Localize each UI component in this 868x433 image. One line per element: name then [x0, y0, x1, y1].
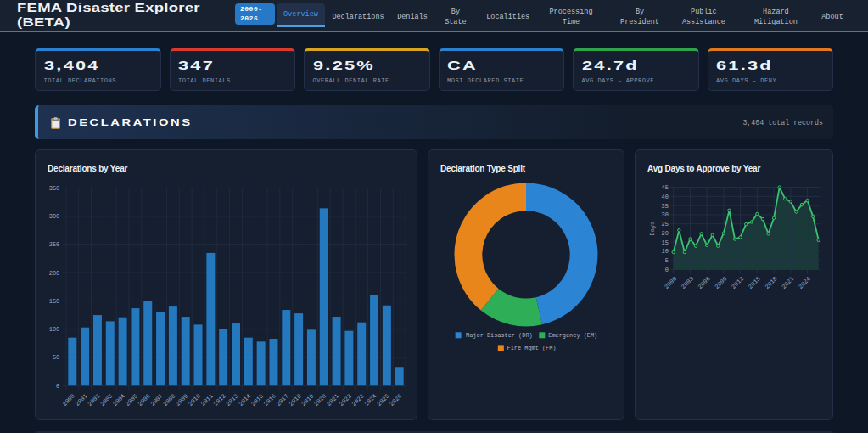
svg-text:50: 50: [53, 354, 59, 361]
svg-text:Major Disaster (DR): Major Disaster (DR): [466, 332, 533, 339]
svg-text:2022: 2022: [338, 392, 353, 408]
svg-text:Fire Mgmt (FM): Fire Mgmt (FM): [507, 345, 557, 351]
svg-text:2009: 2009: [714, 275, 729, 290]
svg-text:2021: 2021: [325, 392, 340, 408]
svg-text:2005: 2005: [124, 392, 139, 408]
svg-text:2025: 2025: [376, 392, 391, 408]
svg-text:2024: 2024: [797, 275, 812, 290]
svg-text:2026: 2026: [389, 392, 404, 408]
svg-text:10: 10: [662, 248, 669, 255]
svg-text:200: 200: [49, 270, 60, 277]
svg-text:2000: 2000: [664, 275, 679, 290]
svg-text:2002: 2002: [87, 392, 102, 408]
svg-text:45: 45: [662, 184, 669, 191]
svg-text:2012: 2012: [212, 392, 227, 408]
svg-text:2008: 2008: [162, 392, 177, 408]
svg-text:2016: 2016: [262, 392, 277, 408]
svg-text:5: 5: [665, 257, 669, 264]
svg-text:2007: 2007: [149, 392, 165, 408]
svg-text:Emergency (EM): Emergency (EM): [548, 332, 597, 339]
svg-text:2015: 2015: [250, 392, 266, 408]
svg-text:25: 25: [662, 221, 669, 228]
svg-text:2006: 2006: [697, 275, 712, 290]
svg-text:2024: 2024: [363, 392, 378, 408]
svg-text:2023: 2023: [350, 392, 366, 408]
svg-text:2021: 2021: [781, 275, 796, 290]
svg-text:2003: 2003: [680, 275, 695, 290]
svg-text:250: 250: [49, 241, 60, 248]
svg-text:2004: 2004: [111, 392, 126, 408]
svg-text:2018: 2018: [288, 392, 303, 408]
svg-text:0: 0: [56, 383, 59, 390]
svg-text:2012: 2012: [730, 275, 745, 290]
svg-text:2014: 2014: [238, 392, 253, 408]
svg-text:2017: 2017: [275, 392, 290, 408]
svg-text:2006: 2006: [137, 392, 152, 408]
svg-text:100: 100: [49, 326, 60, 333]
svg-text:2013: 2013: [225, 392, 240, 408]
svg-text:2001: 2001: [74, 392, 89, 408]
svg-text:150: 150: [49, 298, 60, 305]
svg-text:350: 350: [49, 185, 60, 192]
svg-text:2000: 2000: [61, 392, 76, 408]
svg-text:Days: Days: [649, 222, 656, 236]
svg-text:2019: 2019: [300, 392, 316, 408]
svg-text:2011: 2011: [199, 392, 215, 408]
svg-text:15: 15: [662, 239, 669, 246]
svg-text:2003: 2003: [99, 392, 115, 408]
svg-text:300: 300: [49, 213, 60, 220]
svg-text:2018: 2018: [764, 275, 779, 290]
svg-text:2010: 2010: [187, 392, 202, 408]
svg-text:30: 30: [662, 211, 669, 218]
svg-text:0: 0: [665, 267, 669, 273]
svg-text:2015: 2015: [747, 275, 762, 290]
svg-text:2009: 2009: [175, 392, 190, 408]
svg-text:2020: 2020: [313, 392, 328, 408]
svg-text:40: 40: [662, 194, 669, 200]
svg-text:20: 20: [662, 230, 669, 237]
svg-text:35: 35: [662, 203, 669, 210]
